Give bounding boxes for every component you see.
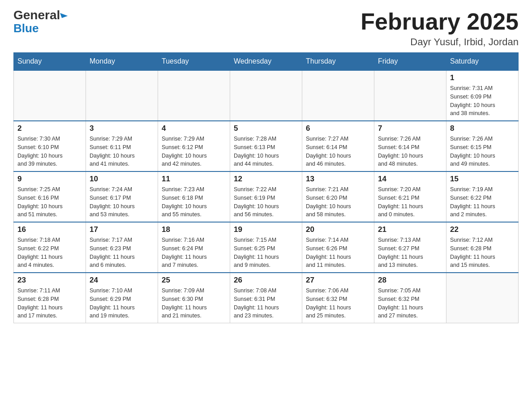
day-info: Sunrise: 7:29 AMSunset: 6:11 PMDaylight:… <box>90 135 154 168</box>
calendar-cell: 21Sunrise: 7:13 AMSunset: 6:27 PMDayligh… <box>374 222 446 273</box>
page-header: General◀ Blue February 2025 Dayr Yusuf, … <box>13 9 519 48</box>
calendar-cell <box>158 70 230 121</box>
calendar-cell: 25Sunrise: 7:09 AMSunset: 6:30 PMDayligh… <box>158 273 230 323</box>
day-info: Sunrise: 7:13 AMSunset: 6:27 PMDaylight:… <box>378 236 442 270</box>
day-info: Sunrise: 7:14 AMSunset: 6:26 PMDaylight:… <box>306 236 370 270</box>
day-number: 13 <box>306 175 370 184</box>
day-info: Sunrise: 7:26 AMSunset: 6:14 PMDaylight:… <box>378 135 442 168</box>
col-sunday: Sunday <box>14 53 86 71</box>
subtitle: Dayr Yusuf, Irbid, Jordan <box>360 36 519 48</box>
calendar-cell: 13Sunrise: 7:21 AMSunset: 6:20 PMDayligh… <box>302 171 374 222</box>
calendar-cell: 14Sunrise: 7:20 AMSunset: 6:21 PMDayligh… <box>374 171 446 222</box>
title-area: February 2025 Dayr Yusuf, Irbid, Jordan <box>360 9 519 48</box>
day-number: 15 <box>450 175 515 184</box>
day-number: 8 <box>450 124 515 133</box>
calendar-cell: 11Sunrise: 7:23 AMSunset: 6:18 PMDayligh… <box>158 171 230 222</box>
calendar-cell: 12Sunrise: 7:22 AMSunset: 6:19 PMDayligh… <box>230 171 302 222</box>
week-row-2: 2Sunrise: 7:30 AMSunset: 6:10 PMDaylight… <box>14 121 519 171</box>
calendar-cell: 8Sunrise: 7:26 AMSunset: 6:15 PMDaylight… <box>446 121 519 171</box>
day-number: 21 <box>378 225 442 234</box>
day-number: 18 <box>162 225 226 234</box>
day-number: 17 <box>90 225 154 234</box>
day-info: Sunrise: 7:25 AMSunset: 6:16 PMDaylight:… <box>17 185 82 219</box>
day-number: 10 <box>90 175 154 184</box>
calendar-cell: 6Sunrise: 7:27 AMSunset: 6:14 PMDaylight… <box>302 121 374 171</box>
col-tuesday: Tuesday <box>158 53 230 71</box>
day-number: 9 <box>17 175 82 184</box>
calendar-cell: 1Sunrise: 7:31 AMSunset: 6:09 PMDaylight… <box>446 70 519 121</box>
week-row-3: 9Sunrise: 7:25 AMSunset: 6:16 PMDaylight… <box>14 171 519 222</box>
col-wednesday: Wednesday <box>230 53 302 71</box>
day-info: Sunrise: 7:10 AMSunset: 6:29 PMDaylight:… <box>90 287 154 320</box>
calendar-cell: 26Sunrise: 7:08 AMSunset: 6:31 PMDayligh… <box>230 273 302 323</box>
day-info: Sunrise: 7:08 AMSunset: 6:31 PMDaylight:… <box>234 287 298 320</box>
day-info: Sunrise: 7:29 AMSunset: 6:12 PMDaylight:… <box>162 135 226 168</box>
day-info: Sunrise: 7:17 AMSunset: 6:23 PMDaylight:… <box>90 236 154 270</box>
day-info: Sunrise: 7:09 AMSunset: 6:30 PMDaylight:… <box>162 287 226 320</box>
day-info: Sunrise: 7:06 AMSunset: 6:32 PMDaylight:… <box>306 287 370 320</box>
logo-blue: Blue <box>13 22 39 34</box>
col-friday: Friday <box>374 53 446 71</box>
day-info: Sunrise: 7:24 AMSunset: 6:17 PMDaylight:… <box>90 185 154 219</box>
day-number: 22 <box>450 225 515 234</box>
day-number: 27 <box>306 276 370 285</box>
calendar-cell <box>230 70 302 121</box>
calendar-cell <box>446 273 519 323</box>
calendar-header-row: Sunday Monday Tuesday Wednesday Thursday… <box>14 53 519 71</box>
calendar-cell: 10Sunrise: 7:24 AMSunset: 6:17 PMDayligh… <box>86 171 158 222</box>
day-number: 16 <box>17 225 82 234</box>
day-info: Sunrise: 7:11 AMSunset: 6:28 PMDaylight:… <box>17 287 82 320</box>
day-info: Sunrise: 7:22 AMSunset: 6:19 PMDaylight:… <box>234 185 298 219</box>
calendar-cell: 22Sunrise: 7:12 AMSunset: 6:28 PMDayligh… <box>446 222 519 273</box>
day-number: 3 <box>90 124 154 133</box>
calendar-cell: 16Sunrise: 7:18 AMSunset: 6:22 PMDayligh… <box>14 222 86 273</box>
day-number: 5 <box>234 124 298 133</box>
calendar-cell: 15Sunrise: 7:19 AMSunset: 6:22 PMDayligh… <box>446 171 519 222</box>
day-info: Sunrise: 7:21 AMSunset: 6:20 PMDaylight:… <box>306 185 370 219</box>
day-number: 24 <box>90 276 154 285</box>
calendar-cell: 7Sunrise: 7:26 AMSunset: 6:14 PMDaylight… <box>374 121 446 171</box>
day-number: 20 <box>306 225 370 234</box>
day-number: 7 <box>378 124 442 133</box>
day-number: 6 <box>306 124 370 133</box>
calendar-cell <box>302 70 374 121</box>
day-info: Sunrise: 7:26 AMSunset: 6:15 PMDaylight:… <box>450 135 515 168</box>
day-info: Sunrise: 7:19 AMSunset: 6:22 PMDaylight:… <box>450 185 515 219</box>
day-number: 2 <box>17 124 82 133</box>
day-info: Sunrise: 7:30 AMSunset: 6:10 PMDaylight:… <box>17 135 82 168</box>
week-row-5: 23Sunrise: 7:11 AMSunset: 6:28 PMDayligh… <box>14 273 519 323</box>
logo-general: General◀ <box>13 9 68 21</box>
main-title: February 2025 <box>360 9 519 34</box>
week-row-1: 1Sunrise: 7:31 AMSunset: 6:09 PMDaylight… <box>14 70 519 121</box>
day-number: 1 <box>450 73 515 82</box>
calendar-cell: 2Sunrise: 7:30 AMSunset: 6:10 PMDaylight… <box>14 121 86 171</box>
day-number: 14 <box>378 175 442 184</box>
week-row-4: 16Sunrise: 7:18 AMSunset: 6:22 PMDayligh… <box>14 222 519 273</box>
calendar-cell: 19Sunrise: 7:15 AMSunset: 6:25 PMDayligh… <box>230 222 302 273</box>
day-info: Sunrise: 7:27 AMSunset: 6:14 PMDaylight:… <box>306 135 370 168</box>
day-number: 25 <box>162 276 226 285</box>
logo-arrow-icon: ◀ <box>60 11 68 18</box>
logo: General◀ Blue <box>13 9 68 34</box>
day-info: Sunrise: 7:12 AMSunset: 6:28 PMDaylight:… <box>450 236 515 270</box>
calendar-cell: 9Sunrise: 7:25 AMSunset: 6:16 PMDaylight… <box>14 171 86 222</box>
day-number: 4 <box>162 124 226 133</box>
calendar-cell: 5Sunrise: 7:28 AMSunset: 6:13 PMDaylight… <box>230 121 302 171</box>
day-info: Sunrise: 7:31 AMSunset: 6:09 PMDaylight:… <box>450 84 515 118</box>
day-info: Sunrise: 7:28 AMSunset: 6:13 PMDaylight:… <box>234 135 298 168</box>
day-number: 19 <box>234 225 298 234</box>
calendar-table: Sunday Monday Tuesday Wednesday Thursday… <box>13 52 519 323</box>
day-info: Sunrise: 7:23 AMSunset: 6:18 PMDaylight:… <box>162 185 226 219</box>
col-saturday: Saturday <box>446 53 519 71</box>
day-info: Sunrise: 7:20 AMSunset: 6:21 PMDaylight:… <box>378 185 442 219</box>
calendar-cell: 3Sunrise: 7:29 AMSunset: 6:11 PMDaylight… <box>86 121 158 171</box>
calendar-cell <box>14 70 86 121</box>
calendar-cell: 20Sunrise: 7:14 AMSunset: 6:26 PMDayligh… <box>302 222 374 273</box>
calendar-cell: 24Sunrise: 7:10 AMSunset: 6:29 PMDayligh… <box>86 273 158 323</box>
calendar-cell <box>374 70 446 121</box>
calendar-cell: 18Sunrise: 7:16 AMSunset: 6:24 PMDayligh… <box>158 222 230 273</box>
calendar-cell: 28Sunrise: 7:05 AMSunset: 6:32 PMDayligh… <box>374 273 446 323</box>
day-number: 11 <box>162 175 226 184</box>
col-monday: Monday <box>86 53 158 71</box>
day-info: Sunrise: 7:05 AMSunset: 6:32 PMDaylight:… <box>378 287 442 320</box>
